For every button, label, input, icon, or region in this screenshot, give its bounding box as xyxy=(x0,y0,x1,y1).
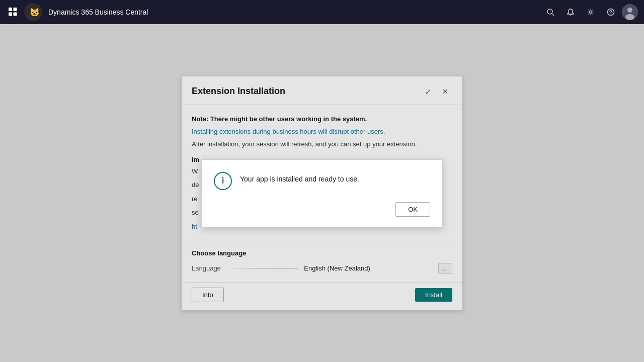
info-circle-icon: i xyxy=(214,172,232,190)
svg-point-6 xyxy=(547,9,552,14)
svg-point-8 xyxy=(590,11,592,14)
modal-overlay: i Your app is installed and ready to use… xyxy=(0,24,644,362)
svg-point-10 xyxy=(611,14,611,14)
svg-rect-2 xyxy=(9,13,12,16)
info-popup-footer: OK xyxy=(214,202,430,217)
topbar-icon-group xyxy=(541,3,638,21)
info-popup-message: Your app is installed and ready to use. xyxy=(240,172,359,185)
help-icon[interactable] xyxy=(602,3,620,21)
settings-icon[interactable] xyxy=(582,3,600,21)
svg-point-12 xyxy=(627,8,632,13)
svg-rect-1 xyxy=(14,8,17,11)
search-icon[interactable] xyxy=(541,3,559,21)
svg-rect-3 xyxy=(14,13,17,16)
ok-button[interactable]: OK xyxy=(395,202,430,217)
app-title: Dynamics 365 Business Central xyxy=(48,8,537,16)
svg-rect-0 xyxy=(9,8,12,11)
topbar: 🐱 Dynamics 365 Business Central xyxy=(0,0,644,24)
main-content: Extension Installation ⤢ ✕ Note: There m… xyxy=(0,24,644,362)
user-avatar[interactable] xyxy=(622,4,638,20)
notifications-icon[interactable] xyxy=(561,3,580,21)
info-popup: i Your app is installed and ready to use… xyxy=(201,159,443,227)
svg-line-7 xyxy=(552,14,554,16)
app-logo: 🐱 xyxy=(24,3,42,21)
info-popup-body: i Your app is installed and ready to use… xyxy=(214,172,430,190)
svg-point-13 xyxy=(625,14,634,20)
svg-text:🐱: 🐱 xyxy=(30,8,40,17)
apps-icon[interactable] xyxy=(6,5,20,19)
